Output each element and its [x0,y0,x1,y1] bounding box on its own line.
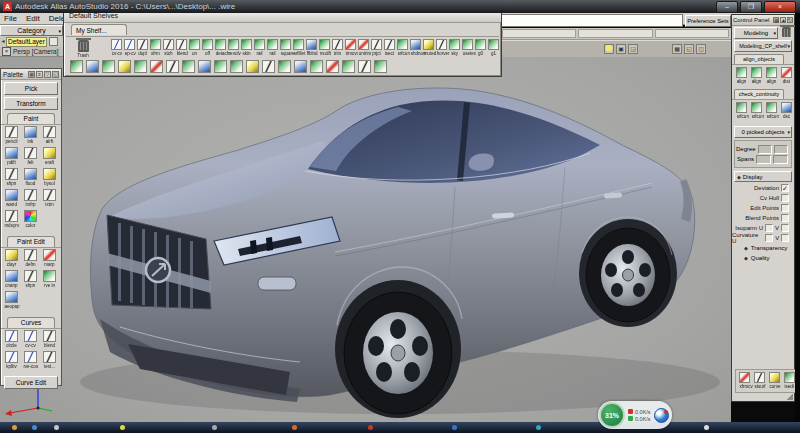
palette-tool-text[interactable]: text... [40,351,59,372]
menu-edit[interactable]: Edit [26,14,40,23]
taskbar-icon[interactable] [292,425,297,430]
layer-state-box[interactable] [49,37,58,46]
shelf-tool-row2-tool[interactable] [294,60,307,73]
shelf-tool-srfillet[interactable]: srfillet [292,39,305,57]
magnifier-icon[interactable]: ◲ [628,44,638,54]
palette-tool-aeopap[interactable]: aeopap [2,291,21,312]
palette-collapse-icon[interactable]: ▽ [44,71,51,78]
cp-tab-check-continuity[interactable]: check_continuity [734,89,784,99]
shelf-tool-trmcvt[interactable]: trmcvt [344,39,357,57]
cp-grid-icon[interactable]: ▦ [773,17,779,23]
shelf-tool-trim[interactable]: trim [331,39,344,57]
cp-bottom-tool-curve[interactable]: curve [768,372,780,390]
viewport-3d[interactable] [0,57,731,422]
shelf-tool-row2-tool[interactable] [150,60,163,73]
shelf-tool-row2-tool[interactable] [230,60,243,73]
shelf-tool-detach[interactable]: detach [214,39,227,57]
cp-trash-icon[interactable] [780,27,792,39]
palette-tool-mdsym[interactable]: mdsym [2,210,21,231]
cp-tool-align[interactable]: align [765,67,778,85]
shelf-tool-prjct[interactable]: prjct [370,39,383,57]
checkbox-blend-points[interactable] [781,214,789,222]
taskbar-icon[interactable] [212,425,217,430]
viewport-titlebar[interactable]: × Persp [Camera] [0,47,63,57]
palette-close-icon[interactable]: ◱ [52,71,59,78]
close-button[interactable]: × [764,1,796,13]
shelf-tool-rail[interactable]: rail [253,39,266,57]
taskbar-icon[interactable] [54,425,59,430]
checkbox-edit-points[interactable] [781,204,789,212]
windows-taskbar[interactable] [0,422,800,433]
shelf-tool-row2-tool[interactable] [358,60,371,73]
palette-tool-circle[interactable]: circle [2,330,21,351]
cp-shelf-dropdown[interactable]: Modeling_CP_shelf [734,40,792,52]
checkbox-curvature-u[interactable] [765,234,773,242]
palette-tool-cnanp[interactable]: cnanp [2,270,21,291]
shelf-tool-muted[interactable]: muted [422,39,435,57]
shelf-tool-xfrm[interactable]: xfrm [149,39,162,57]
cp-bottom-tool-xfrmcv[interactable]: xfrmcv [738,372,750,390]
shelf-tool-ep-cv[interactable]: ep-cv [123,39,136,57]
shelf-tool-row2-tool[interactable] [166,60,179,73]
spans-input-2[interactable] [773,155,788,164]
shelf-tool-isect[interactable]: isect [383,39,396,57]
palette-tool-felt[interactable]: felt [21,147,40,168]
shelf-tool-row2-tool[interactable] [262,60,275,73]
palette-tool-txtm[interactable]: txtm [40,189,59,210]
resize-grip-icon[interactable] [786,393,793,400]
palette-grid-icon[interactable]: ▦ [28,71,35,78]
shelf-tool-row2-tool[interactable] [134,60,147,73]
palette-tool-rve-in[interactable]: rve in [40,270,59,291]
checkbox-isoparm-u-v[interactable] [781,224,789,232]
shelf-tool-row2-tool[interactable] [326,60,339,73]
display-section-header[interactable]: ◆ Display [734,171,792,182]
lightbulb-icon[interactable] [604,44,614,54]
cp-tool-srfcon[interactable]: srfcon [765,102,778,120]
cp-tab-align-objects[interactable]: align_objects [734,54,784,64]
palette-section-pick[interactable]: Pick [4,82,58,95]
trash-tool[interactable]: Trash [72,40,94,59]
shelf-tool-row2-tool[interactable] [70,60,83,73]
shelf-tool-row2-tool[interactable] [182,60,195,73]
shelf-tool-un[interactable]: un [188,39,201,57]
window-layout-icon[interactable]: ◱ [684,44,694,54]
palette-tab-paint[interactable]: Paint [7,113,55,124]
shelf-tool-row2-tool[interactable] [342,60,355,73]
degree-input-2[interactable] [774,145,788,154]
shelf-tool-revolv[interactable]: revolv [227,39,240,57]
palette-tool-ink[interactable]: ink [21,126,40,147]
palette-list-icon[interactable]: ≡ [36,71,43,78]
modeling-dropdown[interactable]: Modeling [734,27,778,39]
shelf-tool-row2-tool[interactable] [246,60,259,73]
shelf-tool-skin[interactable]: skin [240,39,253,57]
taskbar-icon[interactable] [12,425,17,430]
palette-tool-wand[interactable]: wand [2,189,21,210]
checkbox-isoparm-u[interactable] [765,224,773,232]
cp-refresh-icon[interactable]: ↻ [787,17,793,23]
promptline-input[interactable] [500,14,683,27]
zoom-window-icon[interactable]: ▣ [616,44,626,54]
palette-tool-flood[interactable]: flood [21,168,40,189]
palette-tool-marp[interactable]: marp [40,249,59,270]
taskbar-icon[interactable] [452,425,457,430]
palette-titlebar[interactable]: Palette ▦≡▽◱ [1,69,61,80]
status-widget[interactable]: 31% 0.0K/s 0.0K/s [598,401,672,429]
shelf-tool-shdnon[interactable]: shdnon [409,39,422,57]
shelf-tool-untrim[interactable]: untrim [357,39,370,57]
shelf-tool-row2-tool[interactable] [214,60,227,73]
shelf-tool-row2-tool[interactable] [86,60,99,73]
taskbar-icon[interactable] [536,425,541,430]
taskbar-icon[interactable] [120,425,125,430]
palette-tool-blend[interactable]: blend [40,330,59,351]
shelf-tool-horver[interactable]: horver [435,39,448,57]
picked-objects-header[interactable]: 0 picked objects [734,126,792,138]
palette-tool-rve-cos[interactable]: rve-cos [21,351,40,372]
shelf-tool-row2-tool[interactable] [198,60,211,73]
shelf-tool-usetex[interactable]: usetex [461,39,474,57]
cp-section-transparency[interactable]: ◆Transparency [732,243,794,253]
panes-icon[interactable]: ◫ [696,44,706,54]
maximize-button[interactable]: ❐ [740,1,762,13]
grid-icon[interactable]: ▦ [672,44,682,54]
viewport-menu-icon[interactable]: × [2,47,11,56]
preference-sets-button[interactable]: Preference Sets [685,15,731,27]
